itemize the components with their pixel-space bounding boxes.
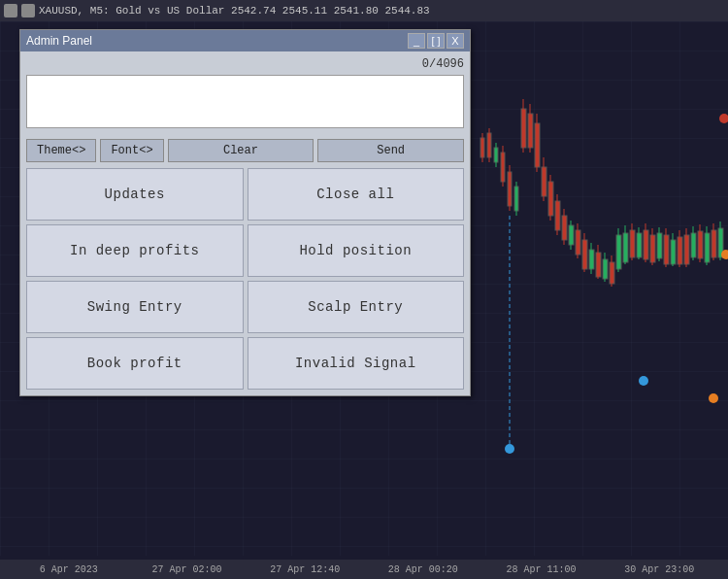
svg-rect-15 <box>528 114 533 148</box>
svg-rect-49 <box>644 230 648 259</box>
svg-point-77 <box>719 114 728 123</box>
admin-panel: Admin Panel _ [ ] X 0/4096 Theme<> Font<… <box>19 29 471 396</box>
app-icon <box>4 4 17 17</box>
close-all-button[interactable]: Close all <box>248 168 465 221</box>
svg-point-75 <box>639 376 648 386</box>
svg-rect-29 <box>576 230 580 255</box>
svg-rect-69 <box>711 230 716 257</box>
in-deep-profits-button[interactable]: In deep profits <box>26 224 244 277</box>
svg-rect-51 <box>650 235 655 262</box>
svg-point-74 <box>709 393 718 403</box>
panel-title: Admin Panel <box>26 34 92 48</box>
font-button[interactable]: Font<> <box>100 139 163 162</box>
svg-rect-61 <box>684 235 689 264</box>
svg-rect-55 <box>664 235 669 264</box>
top-bar: XAUUSD, M5: Gold vs US Dollar 2542.74 25… <box>0 0 728 21</box>
svg-rect-43 <box>623 233 628 262</box>
chart-label-3: 27 Apr 12:40 <box>246 564 364 575</box>
svg-rect-25 <box>562 216 567 240</box>
svg-rect-41 <box>616 235 621 269</box>
char-count: 0/4096 <box>26 57 464 71</box>
chart-label-2: 27 Apr 02:00 <box>128 564 247 575</box>
chart-bottom-labels: 6 Apr 2023 27 Apr 02:00 27 Apr 12:40 28 … <box>0 560 728 579</box>
titlebar-controls: _ [ ] X <box>408 33 464 49</box>
svg-rect-23 <box>555 201 560 230</box>
toolbar-row: Theme<> Font<> Clear Send <box>26 139 464 162</box>
svg-point-76 <box>505 444 514 454</box>
panel-body: 0/4096 Theme<> Font<> Clear Send Updates… <box>20 51 470 395</box>
svg-rect-39 <box>610 262 614 284</box>
svg-rect-27 <box>569 225 574 245</box>
chart-label-4: 28 Apr 00:20 <box>364 564 482 575</box>
chart-title: XAUUSD, M5: Gold vs US Dollar 2542.74 25… <box>39 5 430 17</box>
chart-label-5: 28 Apr 11:00 <box>482 564 601 575</box>
svg-rect-59 <box>678 237 682 264</box>
bracket-button[interactable]: [ ] <box>427 33 445 49</box>
svg-rect-57 <box>671 240 676 264</box>
panel-titlebar: Admin Panel _ [ ] X <box>20 30 470 51</box>
svg-rect-71 <box>718 228 723 257</box>
scalp-entry-button[interactable]: Scalp Entry <box>248 281 465 333</box>
svg-rect-21 <box>548 182 553 216</box>
updates-button[interactable]: Updates <box>26 168 244 221</box>
clear-button[interactable]: Clear <box>168 139 314 162</box>
svg-rect-47 <box>637 233 642 257</box>
svg-rect-37 <box>603 259 608 279</box>
svg-rect-13 <box>521 109 526 148</box>
book-profit-button[interactable]: Book profit <box>26 337 244 390</box>
invalid-signal-button[interactable]: Invalid Signal <box>248 337 465 390</box>
svg-rect-53 <box>657 233 662 258</box>
svg-rect-9 <box>508 172 512 206</box>
svg-rect-11 <box>514 187 518 211</box>
svg-rect-7 <box>501 153 505 182</box>
hold-position-button[interactable]: Hold position <box>248 224 465 277</box>
svg-rect-19 <box>542 167 546 196</box>
svg-rect-17 <box>535 123 540 167</box>
svg-rect-35 <box>596 253 601 277</box>
svg-rect-3 <box>487 133 491 157</box>
action-button-grid: Updates Close all In deep profits Hold p… <box>26 168 464 390</box>
theme-button[interactable]: Theme<> <box>26 139 96 162</box>
svg-rect-33 <box>589 250 594 269</box>
svg-rect-63 <box>691 233 696 257</box>
chart-label-1: 6 Apr 2023 <box>10 564 128 575</box>
app-icon2 <box>21 4 35 17</box>
svg-rect-45 <box>630 230 635 257</box>
svg-rect-67 <box>705 233 710 262</box>
svg-rect-5 <box>494 148 498 162</box>
svg-rect-1 <box>480 138 484 157</box>
svg-rect-65 <box>698 231 703 258</box>
minimize-button[interactable]: _ <box>408 33 425 49</box>
svg-rect-31 <box>582 240 587 269</box>
close-button[interactable]: X <box>447 33 464 49</box>
swing-entry-button[interactable]: Swing Entry <box>26 281 244 333</box>
chart-label-6: 30 Apr 23:00 <box>600 564 718 575</box>
svg-point-73 <box>721 250 728 259</box>
send-button[interactable]: Send <box>317 139 464 162</box>
message-textarea[interactable] <box>26 75 464 128</box>
